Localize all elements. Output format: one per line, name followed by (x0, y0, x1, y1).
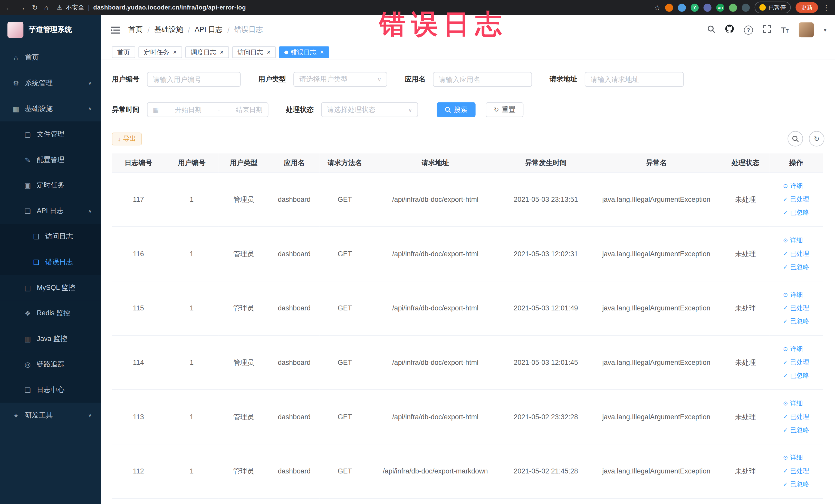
reload-button[interactable]: ↻ (32, 3, 38, 11)
cell-request-method: GET (320, 444, 370, 498)
tab-scheduled-job[interactable]: 定时任务× (138, 46, 182, 58)
sidebar-item-mysql-monitor[interactable]: ▤MySQL 监控 (0, 275, 101, 300)
sidebar-item-scheduled-job[interactable]: ▣定时任务 (0, 173, 101, 198)
sidebar-item-redis-monitor[interactable]: ❖Redis 监控 (0, 300, 101, 326)
reset-button[interactable]: ↻ 重置 (486, 102, 523, 117)
sidebar-item-java-monitor[interactable]: ▥Java 监控 (0, 326, 101, 352)
cell-request-url: /api/infra/db-doc/export-html (370, 335, 501, 390)
action-ignored-link[interactable]: ✓已忽略 (783, 260, 809, 274)
user-avatar[interactable] (799, 22, 814, 37)
action-processed-link[interactable]: ✓已处理 (783, 464, 809, 478)
action-detail-link[interactable]: ⊙详细 (783, 288, 809, 301)
table-header-row: 日志编号用户编号用户类型应用名请求方法名请求地址异常发生时间异常名处理状态操作 (112, 153, 823, 172)
sidebar-item-system[interactable]: ⚙系统管理∨ (0, 70, 101, 96)
cell-status: 未处理 (721, 444, 770, 498)
sidebar-item-home[interactable]: ⌂首页 (0, 45, 101, 70)
action-processed-link[interactable]: ✓已处理 (783, 410, 809, 423)
action-ignored-link[interactable]: ✓已忽略 (783, 369, 809, 383)
breadcrumb-item[interactable]: 基础设施 (154, 25, 183, 35)
action-ignored-link[interactable]: ✓已忽略 (783, 423, 809, 437)
sidebar-item-access-log[interactable]: ❏访问日志 (0, 224, 101, 249)
hamburger-icon[interactable] (111, 26, 120, 34)
close-icon[interactable]: × (267, 49, 270, 56)
paused-badge[interactable]: 已暂停 (755, 2, 791, 13)
app-name-input[interactable] (433, 72, 532, 87)
tab-label: 错误日志 (291, 48, 317, 57)
extension-blue[interactable] (678, 3, 686, 11)
browser-menu-icon[interactable]: ⋮ (823, 3, 830, 11)
sidebar-item-dev-tools[interactable]: ✦研发工具∨ (0, 403, 101, 428)
address-bar[interactable]: ⚠ 不安全 | dashboard.yudao.iocoder.cn/infra… (57, 3, 246, 11)
action-processed-link[interactable]: ✓已处理 (783, 247, 809, 261)
action-processed-link[interactable]: ✓已处理 (783, 193, 809, 206)
extension-on-badge[interactable]: on (716, 3, 724, 11)
search-icon[interactable] (707, 25, 715, 35)
extension-green-y[interactable]: Y (691, 3, 699, 11)
user-type-select[interactable]: 请选择用户类型 ∨ (293, 72, 387, 87)
extension-dark[interactable] (742, 3, 750, 11)
close-icon[interactable]: × (220, 49, 224, 56)
sidebar-item-infra[interactable]: ▦基础设施∧ (0, 96, 101, 121)
tab-access-log[interactable]: 访问日志× (232, 46, 276, 58)
tab-job-log[interactable]: 调度日志× (185, 46, 229, 58)
sidebar-item-trace[interactable]: ◎链路追踪 (0, 351, 101, 377)
sidebar-item-label: Redis 监控 (37, 308, 70, 318)
extension-leaf[interactable] (729, 3, 737, 11)
request-url-input[interactable] (585, 72, 684, 87)
export-button[interactable]: ↓ 导出 (112, 133, 142, 145)
cell-user-id: 1 (165, 335, 218, 390)
chevron-down-icon[interactable]: ▾ (824, 27, 826, 33)
sidebar-item-log-center[interactable]: ❏日志中心 (0, 377, 101, 403)
back-button[interactable]: ← (5, 3, 12, 11)
update-button[interactable]: 更新 (795, 2, 818, 13)
sidebar-item-label: 访问日志 (45, 231, 73, 241)
omnibox-separator: | (88, 4, 89, 11)
close-icon[interactable]: × (320, 49, 324, 56)
breadcrumb-item[interactable]: API 日志 (195, 25, 223, 35)
cell-exception-time: 2021-05-02 23:32:28 (501, 390, 591, 444)
action-detail-link[interactable]: ⊙详细 (783, 451, 809, 464)
action-processed-link[interactable]: ✓已处理 (783, 356, 809, 369)
chevron-up-icon: ∧ (88, 208, 91, 214)
error-log-icon: ❏ (32, 258, 40, 266)
logo[interactable]: 芋道管理系统 (0, 15, 101, 45)
cell-request-url: /api/infra/db-doc/export-html (370, 227, 501, 281)
exception-time-range[interactable]: ▦ 开始日期 - 结束日期 (147, 102, 268, 117)
sidebar-item-config-manage[interactable]: ✎配置管理 (0, 147, 101, 173)
cell-user-id: 1 (165, 444, 218, 498)
user-id-input[interactable] (147, 72, 241, 87)
sidebar-item-api-log[interactable]: ❏API 日志∧ (0, 198, 101, 224)
sidebar-item-label: 日志中心 (37, 385, 64, 395)
search-button[interactable]: 搜索 (436, 102, 475, 117)
action-ignored-link[interactable]: ✓已忽略 (783, 206, 809, 220)
action-ignored-link[interactable]: ✓已忽略 (783, 315, 809, 328)
bookmark-star-icon[interactable]: ☆ (654, 3, 660, 11)
home-button[interactable]: ⌂ (44, 3, 48, 11)
help-icon[interactable]: ? (744, 25, 753, 35)
sidebar-item-error-log[interactable]: ❏错误日志 (0, 249, 101, 275)
tab-error-log[interactable]: 错误日志× (279, 46, 329, 58)
process-status-select[interactable]: 请选择处理状态 ∨ (321, 102, 418, 117)
fullscreen-icon[interactable] (763, 25, 771, 35)
tab-home[interactable]: 首页 (112, 46, 135, 58)
refresh-table-button[interactable]: ↻ (809, 131, 824, 146)
close-icon[interactable]: × (173, 49, 177, 56)
table-row: 1151管理员dashboardGET/api/infra/db-doc/exp… (112, 281, 823, 335)
github-icon[interactable] (725, 24, 734, 35)
cell-app-name: dashboard (269, 172, 320, 227)
action-detail-link[interactable]: ⊙详细 (783, 343, 809, 356)
extension-indigo[interactable] (704, 3, 712, 11)
font-size-icon[interactable]: TT (781, 26, 789, 34)
sidebar-item-file-manage[interactable]: ▢文件管理 (0, 121, 101, 147)
action-detail-link[interactable]: ⊙详细 (783, 397, 809, 410)
forward-button[interactable]: → (19, 3, 26, 11)
action-detail-link[interactable]: ⊙详细 (783, 234, 809, 247)
action-processed-link[interactable]: ✓已处理 (783, 301, 809, 315)
cell-actions: ⊙详细✓已处理✓已忽略 (770, 444, 823, 498)
action-detail-link[interactable]: ⊙详细 (783, 180, 809, 193)
extension-orange[interactable] (665, 3, 673, 11)
extension-icons: Yon (665, 3, 750, 11)
action-ignored-link[interactable]: ✓已忽略 (783, 478, 809, 491)
toggle-search-button[interactable] (788, 131, 803, 146)
breadcrumb-item[interactable]: 首页 (128, 25, 143, 35)
